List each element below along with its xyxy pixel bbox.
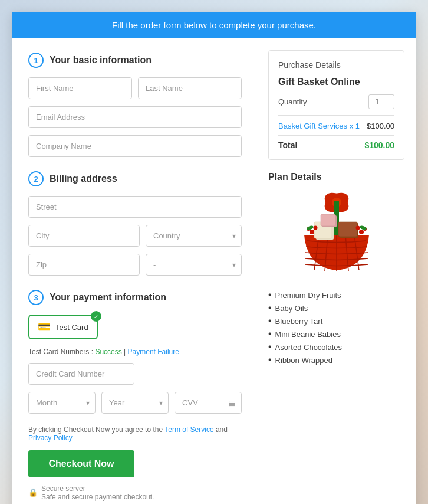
notice-prefix: By clicking Checkout Now you agree to th… (28, 426, 164, 434)
payment-options: 💳 Test Card ✓ (28, 315, 242, 339)
city-country-row: Country United States United Kingdom Can… (28, 225, 242, 247)
cc-row (28, 363, 242, 385)
checkout-notice: By clicking Checkout Now you agree to th… (28, 426, 242, 442)
basket-image-container (268, 191, 404, 279)
street-row (28, 196, 242, 218)
billing-heading: Billing address (50, 174, 117, 184)
plan-feature-item: Asorted Chocolates (268, 341, 404, 354)
email-row (28, 106, 242, 128)
month-select-wrapper: Month January February March April May J… (28, 392, 96, 414)
page-wrapper: Fill the order form below to complete yo… (12, 12, 416, 504)
cvv-wrapper: ▤ (175, 392, 242, 414)
country-select[interactable]: Country United States United Kingdom Can… (146, 225, 242, 247)
secure-info: 🔒 Secure server Safe and secure payment … (28, 483, 242, 501)
cc-input[interactable] (28, 363, 134, 385)
plan-feature-item: Baby Oils (268, 302, 404, 315)
svg-rect-12 (338, 222, 357, 237)
name-row (28, 77, 242, 99)
test-card-info: Test Card Numbers : Success | Payment Fa… (28, 348, 242, 356)
country-select-wrapper: Country United States United Kingdom Can… (146, 225, 242, 247)
zip-state-row: - AL AK CA NY TX (28, 254, 242, 276)
quantity-input[interactable] (368, 94, 394, 109)
total-row: Total $100.00 (278, 135, 394, 150)
top-banner: Fill the order form below to complete yo… (12, 12, 416, 38)
secure-text: Secure server Safe and secure payment ch… (41, 485, 154, 501)
test-numbers-text: Test Card Numbers : (28, 348, 93, 356)
quantity-row: Quantity (278, 94, 394, 109)
total-price: $100.00 (364, 140, 394, 150)
state-select-wrapper: - AL AK CA NY TX (146, 254, 242, 276)
purchase-details-box: Purchase Details Gift Basket Online Quan… (268, 50, 404, 160)
basic-info-heading: Your basic information (50, 55, 152, 66)
service-price: $100.00 (367, 122, 394, 130)
svg-point-17 (313, 226, 317, 230)
state-select[interactable]: - AL AK CA NY TX (146, 254, 242, 276)
main-content: 1 Your basic information 2 Bill (12, 38, 416, 504)
payment-title: 3 Your payment information (28, 290, 242, 305)
service-row: Basket Gift Services x 1 $100.00 (278, 115, 394, 130)
plan-feature-item: Blueberry Tart (268, 315, 404, 328)
basic-info-section: 1 Your basic information (28, 53, 242, 157)
test-card-label: Test Card (55, 323, 88, 332)
notice-and: and (214, 426, 228, 434)
section-number-2: 2 (28, 171, 44, 186)
company-row (28, 135, 242, 157)
plan-features-list: Premium Dry FruitsBaby OilsBlueberry Tar… (268, 289, 404, 366)
billing-section: 2 Billing address Country United States … (28, 171, 242, 276)
plan-feature-item: Mini Beanie Babies (268, 328, 404, 341)
last-name-input[interactable] (138, 77, 242, 99)
selected-check: ✓ (91, 311, 101, 322)
quantity-label: Quantity (278, 97, 307, 106)
month-select[interactable]: Month January February March April May J… (28, 392, 96, 414)
year-select[interactable]: Year 2024 2025 2026 2027 2028 (101, 392, 169, 414)
basic-info-title: 1 Your basic information (28, 53, 242, 68)
plan-details: Plan Details (268, 172, 404, 366)
zip-input[interactable] (28, 254, 140, 276)
total-label: Total (278, 140, 297, 150)
failure-link[interactable]: Payment Failure (128, 348, 179, 356)
basket-image (289, 191, 384, 279)
city-input[interactable] (28, 225, 140, 247)
banner-text: Fill the order form below to complete yo… (112, 20, 316, 30)
left-panel: 1 Your basic information 2 Bill (12, 38, 256, 504)
product-name: Gift Basket Online (278, 77, 394, 87)
privacy-link[interactable]: Privacy Policy (28, 434, 73, 442)
secure-label: Secure server (41, 485, 154, 493)
checkout-button[interactable]: Checkout Now (28, 450, 134, 477)
secure-sub: Safe and secure payment checkout. (41, 493, 154, 501)
plan-feature-item: Premium Dry Fruits (268, 289, 404, 302)
year-select-wrapper: Year 2024 2025 2026 2027 2028 (101, 392, 169, 414)
cvv-row: Month January February March April May J… (28, 392, 242, 414)
purchase-details-title: Purchase Details (278, 60, 394, 70)
section-number-1: 1 (28, 53, 44, 68)
svg-point-20 (355, 226, 360, 230)
test-card-option[interactable]: 💳 Test Card ✓ (28, 315, 98, 339)
plan-feature-item: Ribbon Wrapped (268, 354, 404, 366)
company-input[interactable] (28, 135, 242, 157)
section-number-3: 3 (28, 290, 44, 305)
terms-link[interactable]: Term of Service (164, 426, 213, 434)
email-input[interactable] (28, 106, 242, 128)
svg-rect-14 (321, 214, 335, 226)
lock-icon: 🔒 (28, 488, 38, 497)
cvv-card-icon: ▤ (228, 398, 236, 408)
street-input[interactable] (28, 196, 242, 218)
billing-title: 2 Billing address (28, 171, 242, 186)
service-name: Basket Gift Services x 1 (278, 122, 360, 130)
card-icon: 💳 (38, 320, 51, 333)
right-panel: Purchase Details Gift Basket Online Quan… (256, 38, 416, 504)
svg-point-18 (359, 230, 364, 234)
payment-heading: Your payment information (50, 292, 166, 303)
first-name-input[interactable] (28, 77, 132, 99)
payment-section: 3 Your payment information 💳 Test Card ✓… (28, 290, 242, 414)
plan-details-title: Plan Details (268, 172, 404, 182)
success-link[interactable]: Success (95, 348, 121, 356)
svg-point-15 (310, 230, 314, 234)
